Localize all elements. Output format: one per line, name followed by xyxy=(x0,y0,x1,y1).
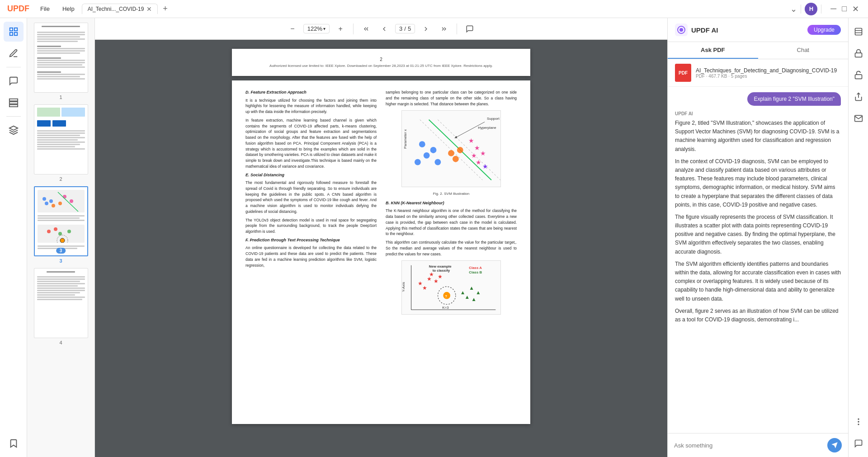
svg-text:★: ★ xyxy=(480,150,486,157)
menu-help[interactable]: Help xyxy=(57,4,80,14)
svg-text:★: ★ xyxy=(429,272,434,278)
svg-point-34 xyxy=(457,147,463,153)
svg-text:▲: ▲ xyxy=(476,289,481,296)
svg-point-17 xyxy=(54,227,57,231)
svg-rect-69 xyxy=(855,53,862,57)
ai-logo: UPDF AI xyxy=(675,24,718,36)
response-p4: The SVM algorithm efficiently identifies… xyxy=(675,260,841,303)
svg-line-26 xyxy=(420,120,482,180)
response-p5: Overall, figure 2 serves as an illustrat… xyxy=(675,307,841,324)
sidebar-icon-thumbnails[interactable] xyxy=(4,22,24,42)
ai-panel-header: UPDF AI Upgrade xyxy=(668,18,848,42)
response-p3: The figure visually represents the proce… xyxy=(675,213,841,256)
thumb-content-4 xyxy=(34,269,88,338)
svg-point-33 xyxy=(448,150,454,156)
left-sidebar xyxy=(0,18,27,457)
ai-response-block: UPDF AI Figure 2, titled "SVM Illustrati… xyxy=(675,111,841,328)
pdf-area: − 122% ▾ + 3 / 5 xyxy=(95,18,667,457)
menu-file[interactable]: File xyxy=(35,4,55,14)
svg-point-14 xyxy=(70,199,73,203)
ai-label: UPDF AI xyxy=(675,111,841,116)
right-icon-mail[interactable] xyxy=(849,108,868,128)
right-icon-unlock[interactable] xyxy=(849,65,868,85)
right-icon-share[interactable] xyxy=(849,87,868,107)
file-details: AI_Techniques_for_Detecting_and_Diagnosi… xyxy=(696,67,837,79)
thumbnail-page-2[interactable]: 2 xyxy=(32,104,90,182)
nav-last-button[interactable] xyxy=(437,22,451,36)
suggest-bubble: Explain figure 2 "SVM Illustration" xyxy=(747,92,841,106)
thumb-content-1 xyxy=(34,23,88,92)
thumb-num-1: 1 xyxy=(59,94,62,100)
pdf-scroll[interactable]: 2 Authorized licensed use limited to: IE… xyxy=(95,40,667,457)
titlebar-right: ⌄ H ─ □ ✕ xyxy=(790,3,864,15)
comment-button[interactable] xyxy=(462,22,477,36)
knn-figure-container: Y-Axis New example to classify Class A C… xyxy=(386,260,517,317)
svg-text:★: ★ xyxy=(482,163,488,170)
tab-document[interactable]: AI_Techni..._COVID-19 ✕ xyxy=(82,4,158,14)
zoom-display[interactable]: 122% ▾ xyxy=(303,24,330,33)
section-d-para2: In feature extraction, machine learning … xyxy=(245,118,377,170)
thumbnail-page-4[interactable]: 4 xyxy=(32,268,90,345)
zoom-value: 122% xyxy=(307,25,322,32)
svg-rect-0 xyxy=(9,28,12,31)
pdf-page-number-top: 2 xyxy=(269,57,493,62)
svg-text:★: ★ xyxy=(476,159,481,166)
tab-add-button[interactable]: + xyxy=(159,3,171,15)
tab-close-icon[interactable]: ✕ xyxy=(146,6,152,12)
svg-point-72 xyxy=(858,419,859,419)
sidebar-icon-edit[interactable] xyxy=(4,43,24,63)
close-button[interactable]: ✕ xyxy=(852,4,859,14)
svg-text:K=3: K=3 xyxy=(442,306,449,310)
tab-chat[interactable]: Chat xyxy=(758,42,849,59)
svg-text:★: ★ xyxy=(468,137,474,144)
right-icon-scan[interactable] xyxy=(849,22,868,42)
svg-text:?: ? xyxy=(445,294,447,298)
section-d-title: D. Feature Extraction Approach xyxy=(245,90,377,96)
thumbnail-page-3[interactable]: 3 3 xyxy=(32,186,90,264)
svg-line-42 xyxy=(456,122,485,138)
tab-ask-pdf[interactable]: Ask PDF xyxy=(668,42,758,59)
file-name: AI_Techniques_for_Detecting_and_Diagnosi… xyxy=(696,67,837,74)
zoom-in-button[interactable]: + xyxy=(333,22,348,36)
avatar: H xyxy=(805,3,817,15)
nav-next-button[interactable] xyxy=(419,22,433,36)
dropdown-icon[interactable]: ⌄ xyxy=(790,4,797,14)
knn-figure: Y-Axis New example to classify Class A C… xyxy=(401,260,501,315)
section-e-para1: The most fundamental and rigorously foll… xyxy=(245,180,377,215)
ai-send-button[interactable] xyxy=(827,438,842,452)
nav-first-button[interactable] xyxy=(359,22,373,36)
right-icon-ai-chat[interactable] xyxy=(849,433,868,453)
pdf-icon-label: PDF xyxy=(679,71,688,75)
sidebar-icon-layers[interactable] xyxy=(4,120,24,140)
toolbar-separator xyxy=(353,24,354,34)
right-icon-lock[interactable] xyxy=(849,43,868,63)
svg-text:Class A: Class A xyxy=(469,266,482,270)
upgrade-button[interactable]: Upgrade xyxy=(807,25,841,35)
file-size: 467.7 KB xyxy=(708,74,727,79)
ai-panel: UPDF AI Upgrade Ask PDF Chat PDF AI_Tech… xyxy=(667,18,848,457)
sidebar-icon-bookmark[interactable] xyxy=(4,433,24,453)
svg-text:Parameter x: Parameter x xyxy=(403,129,407,149)
nav-prev-button[interactable] xyxy=(377,22,392,36)
svg-rect-4 xyxy=(9,99,17,101)
svg-point-20 xyxy=(60,238,65,243)
file-meta: PDF · 467.7 KB · 5 pages xyxy=(696,74,837,79)
svg-text:★: ★ xyxy=(474,144,480,151)
svg-text:▲: ▲ xyxy=(465,294,470,300)
maximize-button[interactable]: □ xyxy=(842,4,847,14)
minimize-button[interactable]: ─ xyxy=(830,4,836,14)
thumbnail-page-1[interactable]: 1 xyxy=(32,23,90,100)
sidebar-icon-organize[interactable] xyxy=(4,93,24,113)
zoom-out-button[interactable]: − xyxy=(285,22,300,36)
svg-rect-3 xyxy=(14,33,17,35)
pdf-content: D. Feature Extraction Approach It is a t… xyxy=(232,80,530,330)
section-b-title: B. KNN (K-Nearest Neighbour) xyxy=(386,200,517,207)
sidebar-icon-annotate[interactable] xyxy=(4,71,24,91)
pdf-page-header-text: Authorized licensed use limited to: IEEE… xyxy=(269,64,493,68)
right-icon-dots[interactable] xyxy=(849,412,868,432)
svg-text:Hyperplane: Hyperplane xyxy=(478,126,496,130)
ai-messages: Explain figure 2 "SVM Illustration" UPDF… xyxy=(668,87,848,433)
thumb-img-2 xyxy=(34,104,88,174)
ai-input-field[interactable] xyxy=(674,442,824,449)
svg-point-31 xyxy=(434,159,441,165)
